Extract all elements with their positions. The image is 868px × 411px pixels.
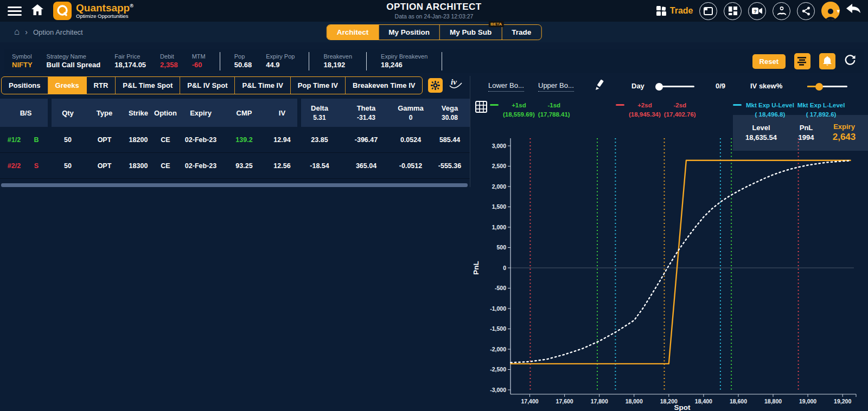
nav-tab-my-pub-sub[interactable]: My Pub SubBETA [440, 25, 502, 40]
nav-tab-label: Architect [337, 28, 369, 36]
y-tick-label: 2,500 [492, 163, 506, 169]
gear-icon [431, 81, 440, 90]
strategy-field-value: 18,246 [381, 61, 427, 69]
window-button[interactable] [699, 2, 717, 20]
header-type[interactable]: Type [84, 109, 125, 117]
edit-bounds-button[interactable] [594, 79, 606, 93]
view-tab-positions[interactable]: Positions [2, 77, 48, 94]
view-tab-p-l-time-spot[interactable]: P&L Time Spot [116, 77, 180, 94]
tooltip-col-pnl: PnL1994 [789, 123, 823, 142]
svg-text:iv: iv [451, 78, 457, 86]
learn-button[interactable] [773, 2, 790, 20]
tooltip-col-level: Level18,635.54 [733, 123, 789, 142]
header-theta[interactable]: Theta-31.43 [341, 104, 392, 121]
legend-item--1sd[interactable]: -1sd(17,788.41) [538, 101, 570, 119]
view-tab-rtr[interactable]: RTR [87, 77, 116, 94]
strategy-field-strategy-name: Strategy NameBull Call Spread [47, 53, 101, 69]
view-tab-p-l-time-iv[interactable]: P&L Time IV [235, 77, 290, 94]
day-slider[interactable] [659, 86, 694, 87]
cell-qty: 50 [52, 162, 84, 170]
header-gamma[interactable]: Gamma0 [392, 104, 430, 121]
view-tab-greeks[interactable]: Greeks [48, 77, 87, 94]
y-tick-label: -3,000 [490, 387, 506, 393]
share-button[interactable] [797, 2, 815, 20]
header-delta[interactable]: Delta5.31 [298, 104, 341, 121]
view-tab-p-l-iv-spot[interactable]: P&L IV Spot [180, 77, 235, 94]
cell-type: OPT [84, 162, 125, 170]
trade-log-button[interactable] [794, 53, 810, 69]
chevron-down-icon[interactable]: ▾ [837, 8, 840, 15]
breadcrumb-home-icon[interactable]: ⌂ [14, 27, 20, 37]
upper-bound-link[interactable]: Upper Bo... [538, 81, 574, 92]
cell-option: CE [152, 136, 179, 144]
y-tick-label: 1,500 [492, 203, 506, 210]
separator [309, 52, 309, 70]
position-id: #1/2 [0, 136, 28, 144]
header-b/s[interactable]: B/S [0, 109, 52, 117]
pnl-chart[interactable]: 3,0002,5002,0001,5001,0005000-500-1,000-… [471, 118, 868, 411]
refresh-button[interactable] [844, 54, 856, 68]
header-cmp[interactable]: CMP [222, 109, 266, 117]
header-vega[interactable]: Vega30.08 [430, 104, 470, 121]
nav-tab-architect[interactable]: Architect [327, 25, 379, 40]
data-table-button[interactable] [475, 101, 487, 115]
tooltip-value: 2,643 [833, 131, 856, 144]
svg-text:?: ? [754, 9, 757, 14]
reset-button[interactable]: Reset [752, 54, 786, 69]
strategy-field-label: Expiry Pop [266, 53, 295, 61]
settings-button[interactable] [428, 78, 443, 93]
nav-tab-label: My Position [388, 28, 430, 36]
header-iv[interactable]: IV [266, 109, 298, 117]
iv-skew-slider[interactable] [807, 86, 847, 87]
alerts-button[interactable] [819, 53, 835, 69]
chart-controls: Lower Bo... Upper Bo... Day 0/9 IV skew% [470, 76, 868, 99]
day-slider-thumb[interactable] [655, 83, 663, 91]
cell-option: CE [152, 162, 179, 170]
header-strike[interactable]: Strike [125, 109, 152, 117]
layout-button[interactable] [724, 2, 742, 20]
legend-item-label: -2sd [664, 101, 696, 110]
video-help-button[interactable]: ? [748, 2, 766, 20]
day-slider-label: Day [631, 82, 644, 90]
strategy-field-label: Breakeven [323, 53, 352, 61]
header-qty[interactable]: Qty [52, 109, 84, 117]
positions-panel: PositionsGreeksRTRP&L Time SpotP&L IV Sp… [0, 76, 470, 187]
nav-tab-trade[interactable]: Trade [502, 25, 541, 40]
hamburger-menu-button[interactable] [8, 7, 22, 16]
bell-icon [823, 56, 832, 66]
header-label: Delta [298, 104, 341, 112]
header-option[interactable]: Option [152, 109, 179, 117]
tooltip-label: Expiry [833, 122, 855, 132]
nav-tab-my-position[interactable]: My Position [379, 25, 440, 40]
legend-item--2sd[interactable]: +2sd(18,945.34) [629, 101, 661, 119]
series-expiry-payoff [510, 160, 850, 364]
y-tick-label: 3,000 [492, 143, 506, 149]
cell-strike: 18200 [125, 136, 152, 144]
strategy-field-symbol: SymbolNIFTY [12, 53, 33, 69]
x-tick-label: 18,000 [626, 398, 643, 404]
legend-item--2sd[interactable]: -2sd(17,402.76) [664, 101, 696, 119]
table-horizontal-scrollbar[interactable] [1, 183, 468, 187]
legend-dash-icon [616, 104, 624, 106]
strategy-field-value: 2,358 [160, 61, 178, 69]
legend-item-value: (18,559.69) [503, 110, 535, 119]
iv-chart-button[interactable]: iv [447, 76, 464, 94]
position-id: #2/2 [0, 162, 28, 170]
table-header: B/SQtyTypeStrikeOptionExpiryCMPIVDelta5.… [0, 99, 470, 127]
breadcrumb-row: ⌂ › Option Architect ArchitectMy Positio… [0, 22, 868, 42]
iv-skew-slider-thumb[interactable] [815, 83, 823, 91]
lower-bound-link[interactable]: Lower Bo... [488, 81, 524, 92]
header-expiry[interactable]: Expiry [179, 109, 222, 117]
legend-item--1sd[interactable]: +1sd(18,559.69) [503, 101, 535, 119]
brand-logo[interactable] [53, 2, 72, 20]
table-row[interactable]: #2/2S50OPT18300CE02-Feb-2393.2512.56-18.… [0, 153, 470, 179]
home-button[interactable] [31, 4, 43, 17]
back-button[interactable] [846, 4, 860, 18]
view-tab-pop-time-iv[interactable]: Pop Time IV [291, 77, 346, 94]
header-label: Theta [341, 104, 392, 112]
video-camera-icon: ? [752, 7, 762, 15]
iv-curve-icon: iv [447, 76, 464, 92]
view-tab-breakeven-time-iv[interactable]: Breakeven Time IV [346, 77, 422, 94]
trade-shortcut[interactable]: Trade [656, 6, 693, 16]
table-row[interactable]: #1/2B50OPT18200CE02-Feb-23139.212.9423.8… [0, 127, 470, 153]
